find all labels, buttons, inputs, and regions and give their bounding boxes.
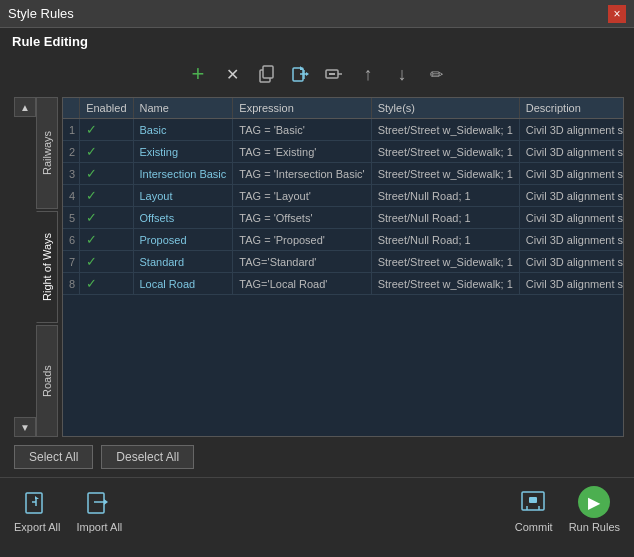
svg-marker-16 [104, 499, 108, 505]
commit-button[interactable]: Commit [515, 486, 553, 533]
left-panel: ▲ ▼ Railways Right of Ways Roads [10, 97, 62, 437]
table-container: Enabled Name Expression Style(s) Descrip… [62, 97, 624, 437]
col-header-enabled: Enabled [80, 98, 133, 119]
table-row[interactable]: 5 ✓ Offsets TAG = 'Offsets' Street/Null … [63, 207, 624, 229]
row-name: Layout [133, 185, 233, 207]
toolbar: + ✕ ↑ ↓ ✏ [0, 55, 634, 97]
import-icon [83, 486, 115, 518]
tab-right-of-ways[interactable]: Right of Ways [36, 211, 58, 323]
row-styles: Street/Null Road; 1 [371, 185, 519, 207]
import-file-button[interactable] [287, 61, 313, 87]
import-all-button[interactable]: Import All [76, 486, 122, 533]
title-bar-text: Style Rules [8, 6, 74, 21]
row-enabled: ✓ [80, 229, 133, 251]
svg-rect-8 [329, 73, 335, 75]
commit-icon [518, 486, 550, 518]
table-header-row: Enabled Name Expression Style(s) Descrip… [63, 98, 624, 119]
row-styles: Street/Street w_Sidewalk; 1 [371, 273, 519, 295]
row-styles: Street/Street w_Sidewalk; 1 [371, 251, 519, 273]
table-row[interactable]: 3 ✓ Intersection Basic TAG = 'Intersecti… [63, 163, 624, 185]
row-styles: Street/Street w_Sidewalk; 1 [371, 119, 519, 141]
table-row[interactable]: 7 ✓ Standard TAG='Standard' Street/Stree… [63, 251, 624, 273]
row-enabled: ✓ [80, 141, 133, 163]
row-description: Civil 3D alignment style rule [519, 185, 624, 207]
row-expression: TAG = 'Basic' [233, 119, 371, 141]
bottom-right: Commit ▶ Run Rules [515, 486, 620, 533]
tab-roads[interactable]: Roads [36, 325, 58, 437]
row-num: 5 [63, 207, 80, 229]
table-row[interactable]: 6 ✓ Proposed TAG = 'Proposed' Street/Nul… [63, 229, 624, 251]
scroll-up-arrow[interactable]: ▲ [14, 97, 36, 117]
col-header-expression: Expression [233, 98, 371, 119]
table-row[interactable]: 8 ✓ Local Road TAG='Local Road' Street/S… [63, 273, 624, 295]
run-rules-icon: ▶ [578, 486, 610, 518]
table-row[interactable]: 2 ✓ Existing TAG = 'Existing' Street/Str… [63, 141, 624, 163]
move-down-button[interactable]: ↓ [389, 61, 415, 87]
row-num: 4 [63, 185, 80, 207]
edit-button[interactable]: ✏ [423, 61, 449, 87]
row-name: Local Road [133, 273, 233, 295]
svg-rect-1 [263, 66, 273, 78]
row-expression: TAG='Local Road' [233, 273, 371, 295]
vertical-tabs: Railways Right of Ways Roads [36, 97, 58, 437]
row-description: Civil 3D alignment style rule [519, 163, 624, 185]
table-row[interactable]: 1 ✓ Basic TAG = 'Basic' Street/Street w_… [63, 119, 624, 141]
copy-button[interactable] [253, 61, 279, 87]
row-name: Basic [133, 119, 233, 141]
select-area: Select All Deselect All [0, 437, 634, 477]
deselect-all-button[interactable]: Deselect All [101, 445, 194, 469]
row-description: Civil 3D alignment style rule [519, 251, 624, 273]
export-all-button[interactable]: Export All [14, 486, 60, 533]
col-header-styles: Style(s) [371, 98, 519, 119]
row-num: 3 [63, 163, 80, 185]
row-expression: TAG = 'Layout' [233, 185, 371, 207]
row-styles: Street/Street w_Sidewalk; 1 [371, 163, 519, 185]
row-enabled: ✓ [80, 273, 133, 295]
run-rules-button[interactable]: ▶ Run Rules [569, 486, 620, 533]
row-name: Intersection Basic [133, 163, 233, 185]
row-description: Civil 3D alignment style rule [519, 273, 624, 295]
move-up-button[interactable]: ↑ [355, 61, 381, 87]
row-expression: TAG = 'Proposed' [233, 229, 371, 251]
row-description: Civil 3D alignment style rule [519, 229, 624, 251]
row-num: 6 [63, 229, 80, 251]
row-enabled: ✓ [80, 251, 133, 273]
row-enabled: ✓ [80, 207, 133, 229]
row-num: 8 [63, 273, 80, 295]
rule-editing-header: Rule Editing [0, 28, 634, 55]
rules-table: Enabled Name Expression Style(s) Descrip… [63, 98, 624, 295]
main-content: ▲ ▼ Railways Right of Ways Roads Enabled… [0, 97, 634, 437]
scroll-down-arrow[interactable]: ▼ [14, 417, 36, 437]
tab-railways[interactable]: Railways [36, 97, 58, 209]
row-enabled: ✓ [80, 185, 133, 207]
col-header-name: Name [133, 98, 233, 119]
row-expression: TAG='Standard' [233, 251, 371, 273]
row-expression: TAG = 'Offsets' [233, 207, 371, 229]
svg-marker-6 [306, 72, 309, 76]
col-header-num [63, 98, 80, 119]
row-enabled: ✓ [80, 163, 133, 185]
scroll-arrows: ▲ ▼ [14, 97, 36, 437]
delete-button[interactable]: ✕ [219, 61, 245, 87]
col-header-description: Description [519, 98, 624, 119]
row-num: 2 [63, 141, 80, 163]
row-expression: TAG = 'Intersection Basic' [233, 163, 371, 185]
row-styles: Street/Null Road; 1 [371, 229, 519, 251]
bottom-bar: Export All Import All [0, 477, 634, 541]
row-description: Civil 3D alignment style rule [519, 119, 624, 141]
row-num: 1 [63, 119, 80, 141]
select-all-button[interactable]: Select All [14, 445, 93, 469]
row-enabled: ✓ [80, 119, 133, 141]
paint-button[interactable] [321, 61, 347, 87]
commit-label: Commit [515, 521, 553, 533]
play-icon: ▶ [578, 486, 610, 518]
svg-rect-14 [88, 493, 104, 513]
add-button[interactable]: + [185, 61, 211, 87]
row-description: Civil 3D alignment style rule [519, 207, 624, 229]
table-row[interactable]: 4 ✓ Layout TAG = 'Layout' Street/Null Ro… [63, 185, 624, 207]
row-name: Standard [133, 251, 233, 273]
export-icon [21, 486, 53, 518]
row-styles: Street/Null Road; 1 [371, 207, 519, 229]
row-expression: TAG = 'Existing' [233, 141, 371, 163]
close-button[interactable]: × [608, 5, 626, 23]
